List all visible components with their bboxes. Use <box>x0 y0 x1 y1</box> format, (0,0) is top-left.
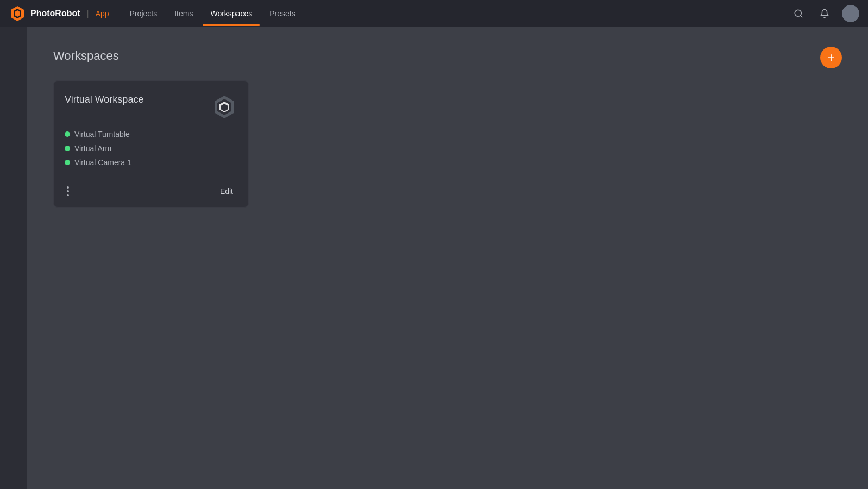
sidebar <box>0 27 27 489</box>
brand-divider: | <box>87 9 89 18</box>
card-footer: Edit <box>65 180 237 198</box>
workspace-card: Virtual Workspace Virtual Turntable <box>53 80 249 208</box>
nav-item-presets[interactable]: Presets <box>262 6 303 21</box>
main-nav: Projects Items Workspaces Presets <box>122 6 790 21</box>
dot-1 <box>67 186 69 189</box>
search-icon <box>794 9 803 18</box>
dot-2 <box>67 190 69 192</box>
device-status-dot <box>65 131 70 137</box>
photrobot-logo-icon <box>9 5 26 22</box>
device-status-dot <box>65 160 70 165</box>
app-layout: Workspaces + Virtual Workspace <box>0 27 868 489</box>
card-title: Virtual Workspace <box>65 94 143 105</box>
nav-item-projects[interactable]: Projects <box>122 6 165 21</box>
device-status-dot <box>65 146 70 151</box>
nav-item-items[interactable]: Items <box>167 6 200 21</box>
device-label: Virtual Camera 1 <box>74 158 131 167</box>
nav-item-workspaces[interactable]: Workspaces <box>203 6 260 21</box>
workspace-grid: Virtual Workspace Virtual Turntable <box>53 80 842 208</box>
brand-name: PhotoRobot <box>30 9 80 18</box>
bell-icon <box>820 9 829 18</box>
device-item: Virtual Camera 1 <box>65 158 237 167</box>
device-item: Virtual Turntable <box>65 130 237 139</box>
page-header: Workspaces <box>53 49 842 63</box>
navbar: PhotoRobot | App Projects Items Workspac… <box>0 0 868 27</box>
card-devices: Virtual Turntable Virtual Arm Virtual Ca… <box>65 130 237 167</box>
svg-line-4 <box>800 15 802 17</box>
workspace-logo-icon <box>211 94 237 120</box>
page-title: Workspaces <box>53 49 119 63</box>
dot-3 <box>67 194 69 196</box>
device-item: Virtual Arm <box>65 144 237 153</box>
brand-app: App <box>96 9 109 18</box>
main-content: Workspaces + Virtual Workspace <box>27 27 868 489</box>
plus-icon: + <box>827 51 835 64</box>
card-header: Virtual Workspace <box>65 94 237 120</box>
add-workspace-button[interactable]: + <box>820 47 842 68</box>
more-options-button[interactable] <box>65 184 71 198</box>
device-label: Virtual Arm <box>74 144 111 153</box>
device-label: Virtual Turntable <box>74 130 130 139</box>
brand[interactable]: PhotoRobot | App <box>9 5 109 22</box>
edit-workspace-button[interactable]: Edit <box>216 185 237 198</box>
search-button[interactable] <box>790 5 807 22</box>
notifications-button[interactable] <box>816 5 833 22</box>
navbar-actions <box>790 5 859 22</box>
avatar[interactable] <box>842 5 859 22</box>
